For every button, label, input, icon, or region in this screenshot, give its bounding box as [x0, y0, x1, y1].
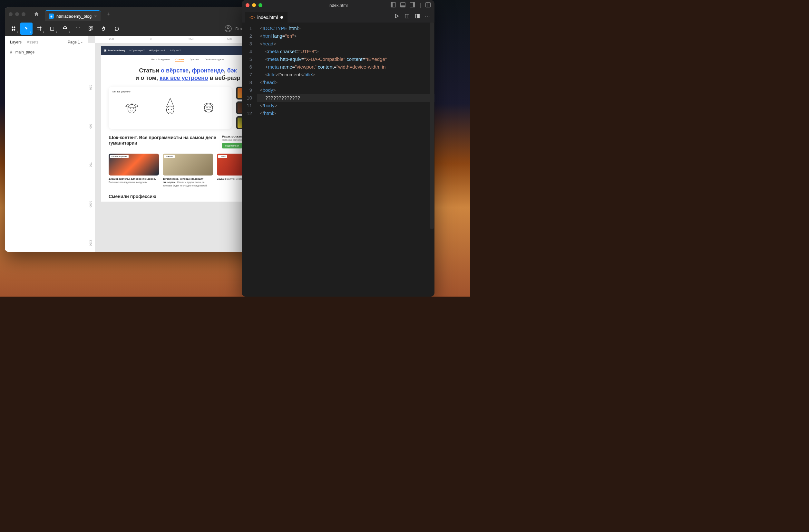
svg-rect-21 [417, 14, 419, 18]
svg-point-16 [205, 104, 213, 112]
assets-tab[interactable]: Assets [27, 40, 38, 45]
shape-tool[interactable]: ▾ [46, 22, 58, 35]
svg-point-14 [168, 109, 169, 109]
vscode-layout-controls[interactable]: | [391, 2, 431, 8]
svg-rect-6 [91, 27, 93, 28]
svg-point-15 [171, 109, 172, 109]
design-nav-item: ★Курсы ▾ [170, 49, 181, 52]
frame-tool[interactable]: ▾ [33, 22, 46, 35]
figma-titlebar: ◈ htmlacademy_blog × + [5, 7, 279, 21]
figma-sidebar: Layers Assets Page 1 ▾ # main_page [5, 36, 88, 252]
svg-point-3 [14, 29, 15, 31]
split-icon[interactable] [415, 14, 420, 20]
figma-home-button[interactable] [31, 9, 42, 19]
resources-tool[interactable] [85, 22, 97, 35]
panel-right-icon [410, 2, 415, 7]
run-icon[interactable] [394, 14, 399, 20]
vscode-window: index.html | <> index.html ··· 123456789… [242, 0, 434, 297]
figma-tab-title: htmlacademy_blog [56, 14, 91, 19]
svg-point-9 [227, 27, 229, 29]
design-nav-item: ◆Профессии ▾ [149, 49, 165, 52]
svg-rect-4 [51, 27, 54, 31]
layer-item[interactable]: # main_page [5, 47, 88, 57]
move-tool[interactable]: ▾ [20, 22, 33, 35]
vscode-titlebar: index.html | [242, 0, 434, 10]
page-selector[interactable]: Page 1 ▾ [68, 40, 83, 45]
vertical-ruler: 250 500 750 1000 1250 [88, 43, 95, 252]
figma-tab[interactable]: ◈ htmlacademy_blog × [45, 10, 101, 21]
svg-rect-0 [12, 26, 14, 28]
figma-toolbar: ▾ ▾ ▾ ▾ ▾ T Drafts / htmlacadem [5, 21, 279, 36]
svg-point-17 [207, 107, 208, 108]
close-icon[interactable]: × [94, 14, 97, 19]
html-file-icon: <> [249, 15, 255, 20]
panel-left-icon [391, 2, 396, 7]
figma-menu-button[interactable]: ▾ [7, 22, 20, 35]
vscode-tab[interactable]: <> index.html [245, 12, 288, 22]
figma-traffic-lights[interactable] [9, 12, 25, 16]
svg-rect-1 [14, 26, 16, 28]
svg-point-10 [127, 104, 136, 113]
text-tool[interactable]: T [72, 22, 84, 35]
frame-icon: # [10, 50, 12, 54]
svg-point-18 [210, 107, 210, 108]
layout-icon [426, 2, 431, 7]
hand-tool[interactable] [98, 22, 110, 35]
layers-tab[interactable]: Layers [10, 40, 22, 45]
figma-window: ◈ htmlacademy_blog × + ▾ ▾ ▾ ▾ ▾ T Draft… [5, 7, 279, 252]
panel-bottom-icon [400, 2, 406, 7]
layer-name: main_page [16, 50, 34, 54]
svg-rect-2 [12, 29, 14, 31]
design-headline: Шок-контент. Все программисты на самом д… [109, 135, 218, 148]
unsaved-dot-icon [280, 16, 283, 19]
svg-point-12 [133, 108, 134, 108]
more-icon[interactable]: ··· [425, 14, 431, 20]
vscode-tab-name: index.html [257, 15, 278, 20]
user-icon[interactable] [224, 25, 232, 33]
design-logo: ▣ html academy [104, 49, 125, 52]
new-tab-button[interactable]: + [103, 11, 115, 18]
minimap[interactable] [430, 22, 434, 229]
code-area[interactable]: <!DOCTYPE html><html lang="en"><head> <m… [257, 24, 434, 117]
svg-rect-7 [89, 29, 90, 31]
svg-point-13 [166, 106, 174, 114]
vscode-editor[interactable]: 123456789101112 <!DOCTYPE html><html lan… [242, 22, 434, 117]
preview-icon[interactable] [404, 14, 410, 20]
line-numbers: 123456789101112 [242, 24, 257, 117]
subscribe-button: Подписаться [222, 143, 242, 148]
svg-point-11 [130, 108, 131, 108]
vscode-window-title: index.html [328, 3, 347, 8]
figma-file-icon: ◈ [49, 14, 54, 19]
svg-rect-5 [89, 27, 90, 28]
design-nav-item: ▸Практикум ▾ [130, 49, 144, 52]
vscode-tabs: <> index.html ··· [242, 10, 434, 22]
design-main-card: Как всё устроено [109, 87, 232, 129]
comment-tool[interactable] [110, 22, 123, 35]
vscode-traffic-lights[interactable] [246, 3, 262, 7]
pen-tool[interactable]: ▾ [59, 22, 71, 35]
